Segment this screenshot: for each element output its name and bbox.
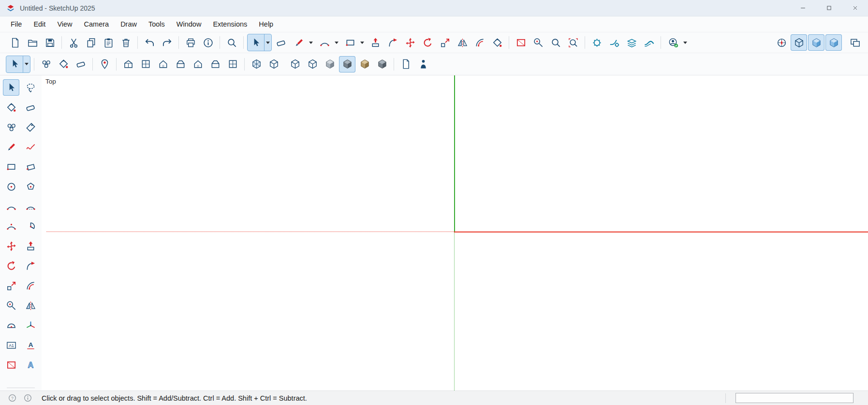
- style-xray-button[interactable]: [248, 56, 265, 72]
- line-button[interactable]: [3, 139, 19, 155]
- lasso-button[interactable]: [22, 79, 39, 96]
- viewport[interactable]: Top: [42, 75, 868, 391]
- scale-button[interactable]: [3, 277, 19, 294]
- menu-extensions[interactable]: Extensions: [207, 18, 253, 30]
- eraser-button[interactable]: [73, 56, 89, 72]
- extension-tool-4-button[interactable]: [641, 34, 657, 51]
- dimension-button[interactable]: [3, 337, 19, 353]
- person-figure-button[interactable]: [415, 56, 431, 72]
- extension-tool-3-button[interactable]: [623, 34, 640, 51]
- add-location-button[interactable]: [96, 56, 113, 72]
- menu-draw[interactable]: Draw: [115, 18, 143, 30]
- shapes-button[interactable]: [342, 34, 358, 51]
- extension-tool-2-button[interactable]: [606, 34, 622, 51]
- paint-bucket-button[interactable]: [3, 99, 19, 116]
- select-tool-dropdown[interactable]: [23, 56, 30, 72]
- delete-button[interactable]: [118, 34, 134, 51]
- help-button[interactable]: [6, 392, 18, 405]
- close-button[interactable]: [842, 0, 868, 16]
- move-button[interactable]: [3, 238, 19, 254]
- make-component-button[interactable]: [38, 56, 54, 72]
- make-component-button[interactable]: [3, 119, 19, 135]
- flip-button[interactable]: [454, 34, 471, 51]
- nav-compass-button[interactable]: [773, 34, 790, 51]
- cut-button[interactable]: [65, 34, 82, 51]
- menu-edit[interactable]: Edit: [28, 18, 51, 30]
- menu-view[interactable]: View: [51, 18, 78, 30]
- minimize-button[interactable]: [790, 0, 816, 16]
- text-button[interactable]: [22, 337, 39, 353]
- shapes-dropdown[interactable]: [358, 34, 366, 51]
- push-pull-button[interactable]: [367, 34, 383, 51]
- arcs-dropdown[interactable]: [333, 34, 340, 51]
- rectangle-button[interactable]: [3, 159, 19, 175]
- 3d-text-button[interactable]: [22, 357, 39, 373]
- extension-tool-1-button[interactable]: [588, 34, 605, 51]
- nav-cube-2-button[interactable]: [808, 34, 824, 51]
- menu-tools[interactable]: Tools: [143, 18, 171, 30]
- measurements-input[interactable]: [736, 393, 853, 403]
- search-button[interactable]: [223, 34, 240, 51]
- rotate-button[interactable]: [3, 258, 19, 274]
- arc-button[interactable]: [3, 198, 19, 215]
- paint-bucket-button[interactable]: [489, 34, 505, 51]
- rotated-rectangle-button[interactable]: [22, 159, 39, 175]
- eraser-button[interactable]: [273, 34, 289, 51]
- section-plane-button[interactable]: [513, 34, 529, 51]
- style-wireframe-button[interactable]: [287, 56, 303, 72]
- zoom-button[interactable]: [547, 34, 564, 51]
- nav-cube-3-button[interactable]: [825, 34, 842, 51]
- polygon-button[interactable]: [22, 178, 39, 195]
- view-bottom-button[interactable]: [224, 56, 241, 72]
- copy-button[interactable]: [83, 34, 99, 51]
- move-button[interactable]: [402, 34, 418, 51]
- view-left-button[interactable]: [207, 56, 223, 72]
- style-monochrome-button[interactable]: [356, 56, 373, 72]
- eraser-button[interactable]: [22, 99, 39, 116]
- style-sketchy-button[interactable]: [374, 56, 390, 72]
- view-top-button[interactable]: [137, 56, 154, 72]
- line-dropdown[interactable]: [307, 34, 314, 51]
- account-dropdown[interactable]: [681, 34, 689, 51]
- menu-file[interactable]: File: [5, 18, 28, 30]
- select-dropdown[interactable]: [264, 34, 271, 51]
- arcs-button[interactable]: [316, 34, 333, 51]
- zoom-extents-button[interactable]: [565, 34, 581, 51]
- view-iso-button[interactable]: [120, 56, 136, 72]
- pie-button[interactable]: [22, 218, 39, 234]
- save-button[interactable]: [42, 34, 58, 51]
- panels-toggle-button[interactable]: [847, 34, 863, 51]
- select-button[interactable]: [248, 34, 264, 51]
- freehand-button[interactable]: [22, 139, 39, 155]
- redo-button[interactable]: [159, 34, 175, 51]
- style-hidden-line-button[interactable]: [304, 56, 321, 72]
- style-back-edges-button[interactable]: [265, 56, 282, 72]
- two-point-arc-button[interactable]: [22, 198, 39, 215]
- model-info-button[interactable]: [200, 34, 216, 51]
- circle-button[interactable]: [3, 178, 19, 195]
- view-back-button[interactable]: [190, 56, 206, 72]
- open-button[interactable]: [24, 34, 41, 51]
- paint-bucket-button[interactable]: [55, 56, 72, 72]
- maximize-button[interactable]: [816, 0, 842, 16]
- undo-button[interactable]: [141, 34, 158, 51]
- three-point-arc-button[interactable]: [3, 218, 19, 234]
- view-front-button[interactable]: [155, 56, 171, 72]
- style-shaded-textures-button[interactable]: [339, 56, 355, 72]
- tag-button[interactable]: [22, 119, 39, 135]
- menu-window[interactable]: Window: [171, 18, 207, 30]
- paste-button[interactable]: [100, 34, 117, 51]
- select-tool-button[interactable]: [6, 56, 23, 72]
- follow-me-button[interactable]: [22, 258, 39, 274]
- rotate-button[interactable]: [419, 34, 436, 51]
- menu-help[interactable]: Help: [253, 18, 279, 30]
- view-right-button[interactable]: [172, 56, 189, 72]
- push-pull-button[interactable]: [22, 238, 39, 254]
- scale-button[interactable]: [437, 34, 453, 51]
- print-button[interactable]: [182, 34, 199, 51]
- scene-document-button[interactable]: [397, 56, 414, 72]
- tape-measure-button[interactable]: [530, 34, 546, 51]
- style-shaded-button[interactable]: [322, 56, 338, 72]
- follow-me-button[interactable]: [384, 34, 401, 51]
- protractor-button[interactable]: [3, 317, 19, 333]
